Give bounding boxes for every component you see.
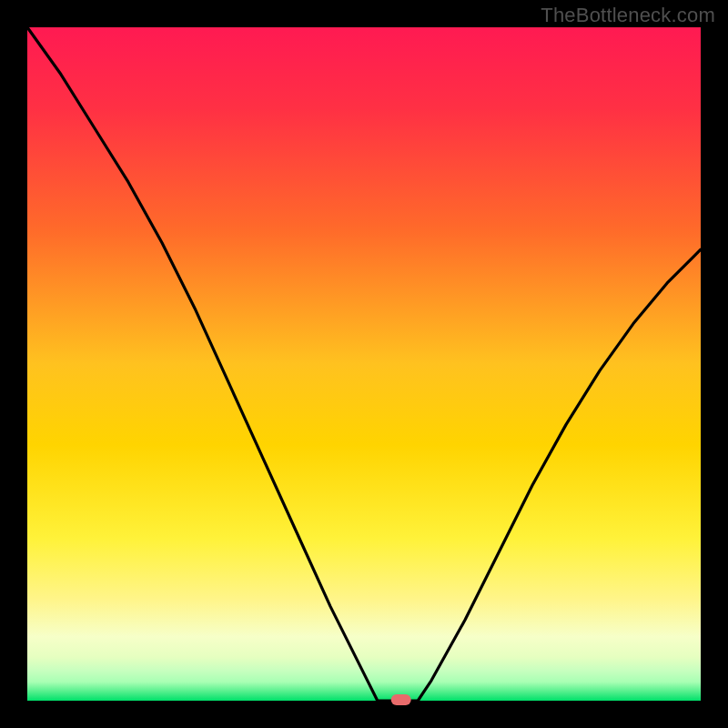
optimal-point-marker (391, 694, 411, 705)
bottleneck-chart (0, 0, 728, 728)
plot-background (27, 27, 701, 701)
chart-frame: TheBottleneck.com (0, 0, 728, 728)
watermark-label: TheBottleneck.com (541, 4, 715, 27)
